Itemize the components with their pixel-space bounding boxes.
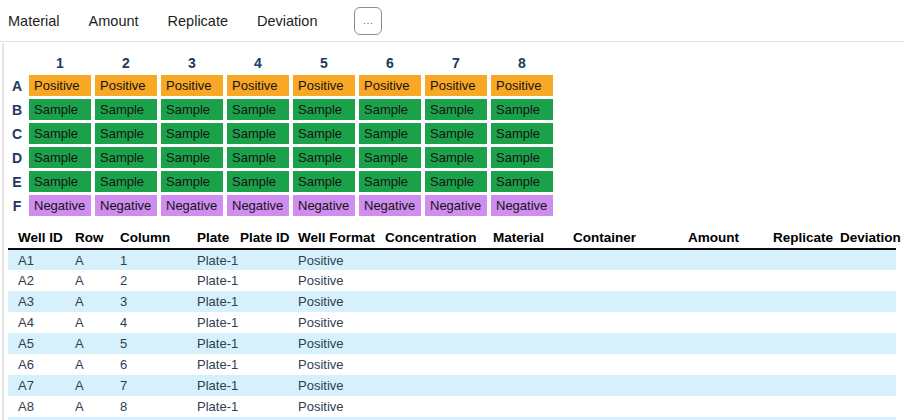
column-header[interactable]: Deviation (836, 228, 896, 249)
plate-well[interactable]: Sample (161, 171, 223, 192)
plate-well[interactable]: Sample (161, 123, 223, 144)
column-header[interactable]: Well Format (294, 228, 381, 249)
plate-well[interactable]: Sample (29, 171, 91, 192)
column-header[interactable]: Amount (684, 228, 769, 249)
tab-deviation[interactable]: Deviation (257, 13, 317, 29)
table-row[interactable]: A7A7Plate-1Positive (8, 375, 896, 396)
column-header[interactable]: Replicate (769, 228, 836, 249)
column-header[interactable]: Concentration (381, 228, 489, 249)
plate-well[interactable]: Sample (491, 123, 553, 144)
plate-well[interactable]: Sample (359, 147, 421, 168)
plate-well[interactable]: Sample (29, 99, 91, 120)
table-row[interactable]: A6A6Plate-1Positive (8, 354, 896, 375)
column-header[interactable]: Plate (193, 228, 236, 249)
column-header[interactable]: Well ID (8, 228, 71, 249)
plate-row-label[interactable]: D (9, 150, 25, 166)
more-tabs-button[interactable]: ... (354, 7, 382, 35)
plate-well[interactable]: Sample (491, 147, 553, 168)
plate-well[interactable]: Sample (359, 99, 421, 120)
plate-well[interactable]: Sample (161, 99, 223, 120)
plate-well[interactable]: Sample (95, 99, 157, 120)
plate-well[interactable]: Sample (425, 147, 487, 168)
plate-well[interactable]: Negative (425, 195, 487, 216)
plate-well[interactable]: Positive (425, 75, 487, 96)
plate-well[interactable]: Sample (95, 147, 157, 168)
plate-column-header[interactable]: 6 (359, 55, 421, 73)
tab-material[interactable]: Material (8, 13, 60, 29)
table-cell (569, 270, 684, 291)
table-cell (489, 333, 569, 354)
plate-well[interactable]: Sample (95, 171, 157, 192)
plate-well[interactable]: Positive (359, 75, 421, 96)
plate-well[interactable]: Sample (293, 99, 355, 120)
plate-well[interactable]: Negative (29, 195, 91, 216)
column-header[interactable]: Column (116, 228, 193, 249)
column-header[interactable]: Material (489, 228, 569, 249)
plate-row-label[interactable]: A (9, 78, 25, 94)
plate-well[interactable]: Sample (491, 171, 553, 192)
plate-well[interactable]: Sample (425, 171, 487, 192)
table-cell (489, 396, 569, 417)
plate-well[interactable]: Positive (95, 75, 157, 96)
plate-well[interactable]: Positive (161, 75, 223, 96)
column-header[interactable]: Container (569, 228, 684, 249)
plate-row-label[interactable]: B (9, 102, 25, 118)
plate-well[interactable]: Negative (491, 195, 553, 216)
table-row[interactable]: A8A8Plate-1Positive (8, 396, 896, 417)
table-cell (684, 312, 769, 333)
plate-column-header[interactable]: 5 (293, 55, 355, 73)
plate-well[interactable]: Sample (425, 123, 487, 144)
plate-well[interactable]: Sample (359, 123, 421, 144)
plate-well[interactable]: Negative (227, 195, 289, 216)
plate-well[interactable]: Sample (161, 147, 223, 168)
plate-well[interactable]: Sample (359, 171, 421, 192)
tab-amount[interactable]: Amount (89, 13, 139, 29)
table-cell: 8 (116, 396, 193, 417)
plate-well[interactable]: Sample (425, 99, 487, 120)
table-row[interactable]: A3A3Plate-1Positive (8, 291, 896, 312)
table-cell (381, 354, 489, 375)
plate-column-header[interactable]: 7 (425, 55, 487, 73)
plate-well[interactable]: Positive (491, 75, 553, 96)
plate-well[interactable]: Negative (95, 195, 157, 216)
plate-well[interactable]: Negative (161, 195, 223, 216)
plate-well[interactable]: Positive (29, 75, 91, 96)
plate-row: APositivePositivePositivePositivePositiv… (9, 75, 904, 96)
plate-column-header[interactable]: 3 (161, 55, 223, 73)
plate-well[interactable]: Negative (359, 195, 421, 216)
plate-column-header[interactable]: 2 (95, 55, 157, 73)
column-header[interactable]: Row (71, 228, 116, 249)
left-scrollbar[interactable] (2, 43, 4, 420)
plate-well[interactable]: Sample (227, 99, 289, 120)
plate-well[interactable]: Sample (29, 123, 91, 144)
plate-well[interactable]: Positive (227, 75, 289, 96)
plate-well[interactable]: Sample (293, 147, 355, 168)
plate-well[interactable]: Positive (293, 75, 355, 96)
table-cell (381, 249, 489, 270)
plate-well[interactable]: Sample (95, 123, 157, 144)
table-row[interactable]: A5A5Plate-1Positive (8, 333, 896, 354)
plate-well[interactable]: Sample (227, 123, 289, 144)
plate-well[interactable]: Sample (29, 147, 91, 168)
table-row[interactable]: A4A4Plate-1Positive (8, 312, 896, 333)
column-header[interactable]: Plate ID (236, 228, 294, 249)
table-row[interactable]: A1A1Plate-1Positive (8, 249, 896, 270)
tab-replicate[interactable]: Replicate (168, 13, 228, 29)
table-cell: A (71, 312, 116, 333)
plate-row-label[interactable]: F (9, 198, 25, 214)
plate-well[interactable]: Sample (491, 99, 553, 120)
plate-well[interactable]: Negative (293, 195, 355, 216)
plate-column-header[interactable]: 1 (29, 55, 91, 73)
table-cell (489, 270, 569, 291)
plate-well[interactable]: Sample (227, 147, 289, 168)
table-cell: 6 (116, 354, 193, 375)
plate-row-label[interactable]: C (9, 126, 25, 142)
table-row[interactable]: A2A2Plate-1Positive (8, 270, 896, 291)
plate-well[interactable]: Sample (293, 123, 355, 144)
table-cell (236, 375, 294, 396)
plate-row-label[interactable]: E (9, 174, 25, 190)
plate-well[interactable]: Sample (227, 171, 289, 192)
plate-column-header[interactable]: 4 (227, 55, 289, 73)
plate-column-header[interactable]: 8 (491, 55, 553, 73)
plate-well[interactable]: Sample (293, 171, 355, 192)
